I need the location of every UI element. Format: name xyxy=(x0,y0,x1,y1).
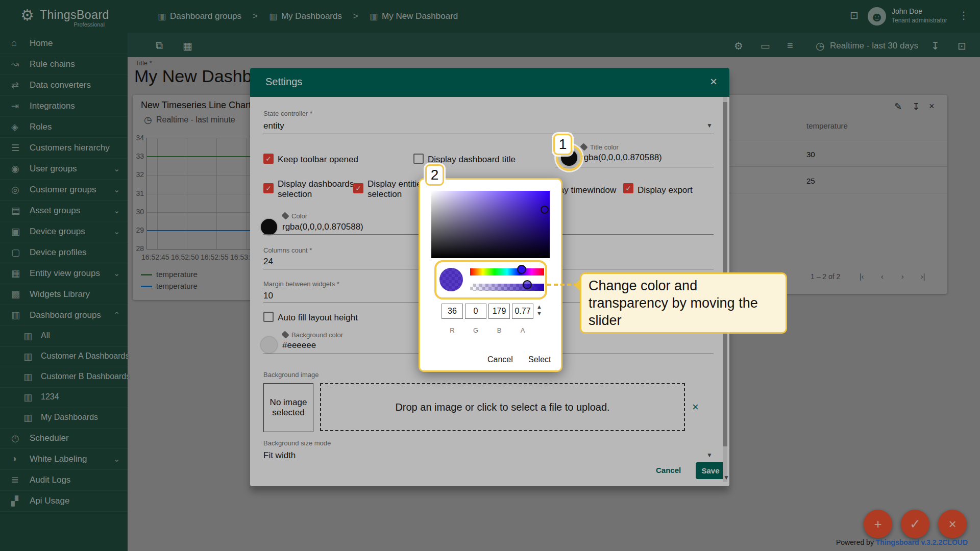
picker-color-swatch xyxy=(439,268,463,291)
rgba-input-a[interactable]: 0.77 xyxy=(512,304,533,319)
picker-cancel-button[interactable]: Cancel xyxy=(487,355,513,364)
saturation-value-field[interactable] xyxy=(431,191,550,258)
color-picker-popup: 36R0G179B0.77A ▲ ▼ Cancel Select xyxy=(419,178,562,372)
callout-connector-line xyxy=(547,284,578,286)
alpha-slider[interactable] xyxy=(470,284,544,291)
callout-step-2: 2 xyxy=(425,164,444,186)
rgba-label-b: B xyxy=(488,327,510,334)
rgba-input-g[interactable]: 0 xyxy=(465,304,486,319)
picker-select-button[interactable]: Select xyxy=(528,355,551,364)
callout-tooltip: Change color and transparency by moving … xyxy=(580,272,787,334)
hue-knob[interactable] xyxy=(517,265,526,274)
saturation-knob[interactable] xyxy=(541,206,549,214)
callout-step-1: 1 xyxy=(553,134,572,155)
rgba-input-b[interactable]: 179 xyxy=(488,304,510,319)
alpha-knob[interactable] xyxy=(523,280,532,289)
rgba-input-r[interactable]: 36 xyxy=(442,304,463,319)
rgba-label-r: R xyxy=(442,327,463,334)
spinner-down-icon[interactable]: ▼ xyxy=(536,311,542,316)
rgba-label-g: G xyxy=(465,327,486,334)
rgba-label-a: A xyxy=(512,327,533,334)
thingsboard-app: ⚙ ThingsBoard Professional ▥Dashboard gr… xyxy=(0,0,980,551)
spinner-up-icon[interactable]: ▲ xyxy=(536,304,542,309)
hue-slider[interactable] xyxy=(470,268,544,276)
